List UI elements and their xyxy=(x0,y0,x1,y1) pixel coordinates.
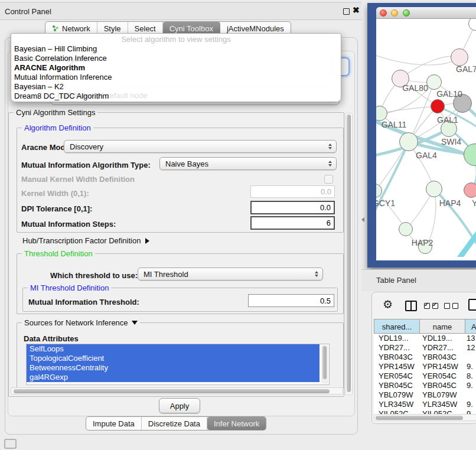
table-row[interactable]: YPR145WYPR145W9. xyxy=(374,362,476,371)
which-threshold-label: Which threshold to use: xyxy=(50,271,138,280)
table-cell: YPR145W xyxy=(420,362,465,371)
algorithm-option-aracne-algorithm[interactable]: ARACNE Algorithm xyxy=(11,63,341,73)
control-panel-titlebar: Control Panel ✖ xyxy=(0,2,361,20)
float-panel-icon[interactable] xyxy=(343,8,350,15)
bottom-tab-impute-data[interactable]: Impute Data xyxy=(86,417,142,430)
attribute-topologicalcoefficient[interactable]: TopologicalCoefficient xyxy=(27,354,319,363)
table-horizontal-scrollbar-thumb[interactable] xyxy=(376,416,463,420)
attribute-selfloops[interactable]: SelfLoops xyxy=(27,344,319,354)
node-label-gal80: GAL80 xyxy=(402,83,428,93)
which-threshold-select[interactable]: MI Threshold xyxy=(138,268,323,281)
table-row[interactable]: YBR043CYBR043C xyxy=(374,353,476,362)
apply-button[interactable]: Apply xyxy=(159,398,200,413)
aracne-mode-value: Discovery xyxy=(70,142,328,151)
table-cell: YLR345W xyxy=(420,400,465,409)
close-window-icon[interactable] xyxy=(380,9,387,17)
gear-icon[interactable]: ⚙ xyxy=(383,299,393,310)
threshold-definition-title: Threshold Definition xyxy=(22,249,95,258)
node-GAL10[interactable] xyxy=(426,74,442,90)
hub-definition-expander[interactable]: Hub/Transcription Factor Definition xyxy=(22,236,149,245)
table-cell: 9. xyxy=(465,381,476,390)
settings-vertical-scrollbar[interactable] xyxy=(345,113,353,395)
network-window: GAL7GAL80GAL10GAL1GAL11SWI4GAL4GCY1HAP4Y… xyxy=(376,7,476,260)
table-cell: YIL052C xyxy=(420,409,465,414)
tab-jactivemnodules-label: jActiveMNodules xyxy=(227,24,284,33)
bottom-tab-discretize-data[interactable]: Discretize Data xyxy=(142,417,207,430)
algorithm-dropdown-popup: Select algorithm to view settings Bayesi… xyxy=(11,33,341,102)
table-cell xyxy=(465,390,476,400)
network-canvas[interactable]: GAL7GAL80GAL10GAL1GAL11SWI4GAL4GCY1HAP4Y… xyxy=(376,19,476,257)
node-label-y: Y xyxy=(472,198,476,208)
attribute-betweennesscentrality[interactable]: BetweennessCentrality xyxy=(27,363,319,373)
mi-threshold-field[interactable]: 0.5 xyxy=(248,294,334,307)
mi-algorithm-type-select[interactable]: Naive Bayes xyxy=(159,157,337,170)
mi-threshold-value: 0.5 xyxy=(320,296,331,305)
table-row[interactable]: YDR27...YDR27...12 xyxy=(374,343,476,353)
dpi-tolerance-field[interactable]: 0.0 xyxy=(250,201,335,214)
tab-network-label: Network xyxy=(62,24,90,33)
node-Y[interactable] xyxy=(464,182,476,198)
attribute-gal4rgexp[interactable]: gal4RGexp xyxy=(27,373,319,382)
node-GAL7[interactable] xyxy=(451,48,468,66)
splitter-collapse-icon[interactable] xyxy=(361,217,364,222)
settings-horizontal-scrollbar-thumb[interactable] xyxy=(14,389,330,393)
table-cell: 13 xyxy=(465,334,476,343)
table-panel: ⚙ shared...nameA YDL19...YDL19...13YDR27… xyxy=(371,292,476,424)
manual-kernel-width-checkbox[interactable] xyxy=(324,175,333,184)
table-cell: 8. xyxy=(465,371,476,381)
apply-button-label: Apply xyxy=(170,402,190,410)
algorithm-option-bayesian-hill-climbing[interactable]: Bayesian – Hill Climbing xyxy=(11,44,341,54)
table-row[interactable]: YLR345WYLR345W9. xyxy=(374,400,476,409)
algorithm-option-bayesian-k2[interactable]: Bayesian – K2 xyxy=(11,82,341,92)
column-header-1[interactable]: shared... xyxy=(374,319,420,334)
zoom-window-icon[interactable] xyxy=(403,9,410,17)
minimize-window-icon[interactable] xyxy=(391,9,398,17)
node-label-gal4: GAL4 xyxy=(416,151,437,160)
aracne-mode-select[interactable]: Discovery xyxy=(64,140,337,153)
checked-boxes-icon[interactable] xyxy=(424,303,438,309)
columns-icon[interactable] xyxy=(405,301,417,311)
settings-horizontal-scrollbar[interactable] xyxy=(11,387,343,394)
table-cell: YBR043C xyxy=(420,353,465,362)
table-cell: YLR345W xyxy=(374,400,420,409)
attributes-scrollbar[interactable] xyxy=(321,345,328,384)
table-row[interactable]: YIL052CYIL052C9 xyxy=(374,409,476,414)
unchecked-boxes-icon[interactable] xyxy=(444,303,458,309)
table-row[interactable]: YDL19...YDL19...13 xyxy=(374,334,476,343)
mi-steps-field[interactable]: 6 xyxy=(250,216,335,230)
table-cell: 9. xyxy=(465,400,476,409)
kernel-width-field[interactable]: 0.0 xyxy=(250,185,335,198)
mi-threshold-label: Mutual Information Threshold: xyxy=(28,298,139,306)
sources-group-title[interactable]: Sources for Network Inference xyxy=(22,318,140,327)
table-row[interactable]: YER054CYER054C8. xyxy=(374,371,476,381)
table-horizontal-scrollbar[interactable] xyxy=(374,414,476,421)
document-icon[interactable] xyxy=(468,299,476,311)
table-cell: 9. xyxy=(465,362,476,371)
table-row[interactable]: YBL079WYBL079W xyxy=(374,390,476,400)
collapse-down-icon xyxy=(132,321,138,325)
table-cell xyxy=(465,353,476,362)
stepper-arrows-icon xyxy=(315,271,318,277)
network-window-titlebar[interactable] xyxy=(376,7,476,19)
bottom-tab-discretize-data-label: Discretize Data xyxy=(148,419,200,428)
column-header-3[interactable]: A xyxy=(465,319,476,334)
attributes-scrollbar-thumb[interactable] xyxy=(322,346,327,379)
dropdown-placeholder: Select algorithm to view settings xyxy=(11,35,341,44)
algorithm-option-mutual-information-inference[interactable]: Mutual Information Inference xyxy=(11,73,341,82)
stepper-arrows-icon xyxy=(328,144,332,149)
collapsed-panel-icon[interactable] xyxy=(4,439,17,449)
node-selected-red[interactable] xyxy=(431,99,445,113)
table-cell: YDL19... xyxy=(420,334,465,343)
network-view-frame: GAL7GAL80GAL10GAL1GAL11SWI4GAL4GCY1HAP4Y… xyxy=(367,3,476,268)
node-GAL4[interactable] xyxy=(399,132,418,151)
settings-vertical-scrollbar-thumb[interactable] xyxy=(347,115,351,392)
table-cell: YDL19... xyxy=(374,334,420,343)
node-HAP4[interactable] xyxy=(426,181,442,197)
kernel-width-label: Kernel Width (0,1): xyxy=(21,189,89,198)
node-HAP2[interactable] xyxy=(399,222,413,236)
table-row[interactable]: YBR045CYBR045C9. xyxy=(374,381,476,390)
close-panel-icon[interactable]: ✖ xyxy=(353,5,360,15)
cyni-algorithm-settings-title: Cyni Algorithm Settings xyxy=(14,108,97,117)
column-header-2[interactable]: name xyxy=(420,319,465,334)
bottom-tab-infer-network[interactable]: Infer Network xyxy=(207,417,266,430)
